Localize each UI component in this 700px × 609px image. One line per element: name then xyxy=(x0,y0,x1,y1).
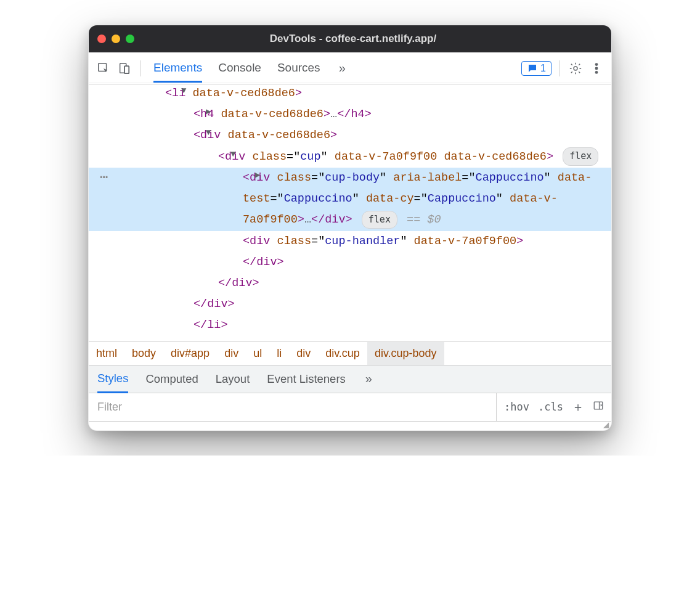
svg-rect-2 xyxy=(124,66,129,73)
crumb-html[interactable]: html xyxy=(89,342,124,365)
svg-point-4 xyxy=(574,67,577,70)
expand-arrow-icon[interactable]: ▼ xyxy=(230,147,235,163)
gutter-actions-icon[interactable]: ⋯ xyxy=(100,171,108,185)
dom-close-li[interactable]: </li> xyxy=(89,315,611,336)
tab-styles[interactable]: Styles xyxy=(97,372,128,393)
svg-point-6 xyxy=(595,67,597,69)
new-style-rule-button[interactable]: ＋ xyxy=(572,399,584,415)
crumb-ul[interactable]: ul xyxy=(246,342,269,365)
sidebar-tabs: Styles Computed Layout Event Listeners » xyxy=(89,365,611,393)
hov-toggle[interactable]: :hov xyxy=(504,401,529,413)
expand-arrow-icon[interactable]: ▼ xyxy=(181,83,186,99)
crumb-cup[interactable]: div.cup xyxy=(318,342,367,365)
expand-arrow-icon[interactable]: ▶ xyxy=(206,104,211,120)
issues-badge[interactable]: 1 xyxy=(521,61,551,76)
expand-arrow-icon[interactable]: ▼ xyxy=(206,125,211,141)
expand-arrow-icon[interactable]: ▶ xyxy=(255,168,260,184)
settings-gear-icon[interactable] xyxy=(567,60,584,77)
styles-filter-input[interactable] xyxy=(89,393,496,421)
devtools-window: DevTools - coffee-cart.netlify.app/ Elem… xyxy=(88,25,612,431)
elements-tree[interactable]: … ▼ <li data-v-ced68de6> ▶ <h4 data-v-ce… xyxy=(89,84,611,341)
styles-filter-bar: :hov .cls ＋ xyxy=(89,393,611,422)
separator xyxy=(559,60,560,76)
crumb-div2[interactable]: div xyxy=(289,342,318,365)
separator xyxy=(140,60,141,76)
kebab-menu-icon[interactable] xyxy=(588,60,605,77)
computed-panel-toggle-icon[interactable] xyxy=(593,399,604,414)
dom-node-div[interactable]: ▼ <div data-v-ced68de6> xyxy=(89,125,611,146)
tab-sources[interactable]: Sources xyxy=(277,61,320,76)
console-reference: == $0 xyxy=(407,213,441,226)
crumb-cup-body[interactable]: div.cup-body xyxy=(367,342,444,365)
truncated-line: … xyxy=(89,78,611,83)
window-title: DevTools - coffee-cart.netlify.app/ xyxy=(104,33,603,45)
main-tabs: Elements Console Sources » xyxy=(153,61,518,76)
dom-node-cup-body-selected[interactable]: ⋯ ▶ <div class="cup-body" aria-label="Ca… xyxy=(89,168,611,231)
more-sidebar-tabs-button[interactable]: » xyxy=(363,372,375,386)
dom-node-cup-handler[interactable]: <div class="cup-handler" data-v-7a0f9f00… xyxy=(89,231,611,273)
flex-badge[interactable]: flex xyxy=(362,211,397,229)
tab-layout[interactable]: Layout xyxy=(216,372,250,386)
dom-close-cup[interactable]: </div> xyxy=(89,273,611,294)
crumb-body[interactable]: body xyxy=(124,342,163,365)
device-toolbar-icon[interactable] xyxy=(116,60,133,77)
svg-point-5 xyxy=(595,63,597,65)
styles-filter-controls: :hov .cls ＋ xyxy=(496,393,611,421)
more-tabs-button[interactable]: » xyxy=(336,61,348,75)
cls-toggle[interactable]: .cls xyxy=(538,401,563,413)
resize-handle[interactable]: ◢ xyxy=(89,422,611,430)
dom-close-div[interactable]: </div> xyxy=(89,294,611,315)
tab-console[interactable]: Console xyxy=(218,61,261,76)
crumb-li[interactable]: li xyxy=(269,342,289,365)
flex-badge[interactable]: flex xyxy=(563,147,598,166)
svg-point-7 xyxy=(595,71,597,73)
dom-node-li[interactable]: ▼ <li data-v-ced68de6> xyxy=(89,83,611,104)
tab-event-listeners[interactable]: Event Listeners xyxy=(267,372,346,386)
dom-node-h4[interactable]: ▶ <h4 data-v-ced68de6>…</h4> xyxy=(89,104,611,125)
titlebar: DevTools - coffee-cart.netlify.app/ xyxy=(89,25,611,52)
issues-count: 1 xyxy=(540,63,546,74)
tab-computed[interactable]: Computed xyxy=(145,372,198,386)
dom-node-cup[interactable]: ▼ <div class="cup" data-v-7a0f9f00 data-… xyxy=(89,147,611,168)
inspect-element-icon[interactable] xyxy=(95,60,112,77)
crumb-app[interactable]: div#app xyxy=(163,342,217,365)
breadcrumb: html body div#app div ul li div div.cup … xyxy=(89,341,611,365)
crumb-div[interactable]: div xyxy=(217,342,246,365)
